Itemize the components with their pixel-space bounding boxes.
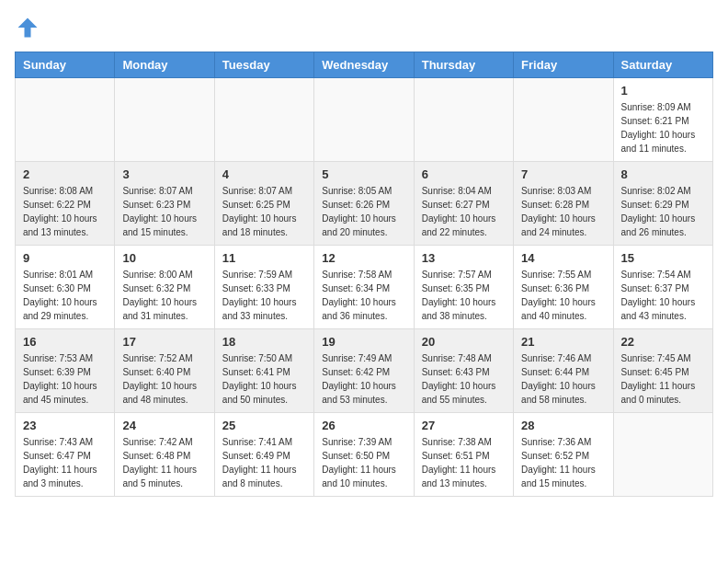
calendar-cell: 4Sunrise: 8:07 AM Sunset: 6:25 PM Daylig… [214,162,313,246]
weekday-header-wednesday: Wednesday [314,52,414,78]
calendar-cell: 26Sunrise: 7:39 AM Sunset: 6:50 PM Dayli… [314,413,414,497]
calendar-cell: 9Sunrise: 8:01 AM Sunset: 6:30 PM Daylig… [16,246,115,329]
calendar-cell: 22Sunrise: 7:45 AM Sunset: 6:45 PM Dayli… [613,329,712,413]
calendar-cell: 7Sunrise: 8:03 AM Sunset: 6:28 PM Daylig… [514,162,613,246]
calendar-cell: 16Sunrise: 7:53 AM Sunset: 6:39 PM Dayli… [16,329,115,413]
calendar-cell: 18Sunrise: 7:50 AM Sunset: 6:41 PM Dayli… [214,329,313,413]
weekday-header-monday: Monday [115,52,214,78]
day-number: 13 [422,251,506,265]
calendar-cell: 28Sunrise: 7:36 AM Sunset: 6:52 PM Dayli… [514,413,613,497]
calendar-cell [214,78,313,162]
day-number: 1 [621,84,705,98]
day-info: Sunrise: 7:54 AM Sunset: 6:37 PM Dayligh… [621,268,705,323]
day-info: Sunrise: 7:36 AM Sunset: 6:52 PM Dayligh… [521,435,605,490]
day-number: 11 [222,251,306,265]
day-info: Sunrise: 8:00 AM Sunset: 6:32 PM Dayligh… [122,268,206,323]
day-number: 4 [222,167,306,181]
calendar-cell: 12Sunrise: 7:58 AM Sunset: 6:34 PM Dayli… [314,246,414,329]
calendar-cell: 10Sunrise: 8:00 AM Sunset: 6:32 PM Dayli… [115,246,214,329]
day-info: Sunrise: 7:53 AM Sunset: 6:39 PM Dayligh… [23,351,107,407]
calendar-cell: 24Sunrise: 7:42 AM Sunset: 6:48 PM Dayli… [115,413,214,497]
day-number: 21 [521,335,605,349]
calendar-cell: 19Sunrise: 7:49 AM Sunset: 6:42 PM Dayli… [314,329,414,413]
day-info: Sunrise: 8:03 AM Sunset: 6:28 PM Dayligh… [521,184,605,239]
day-info: Sunrise: 7:48 AM Sunset: 6:43 PM Dayligh… [422,351,506,407]
day-info: Sunrise: 8:05 AM Sunset: 6:26 PM Dayligh… [322,184,405,239]
day-info: Sunrise: 7:52 AM Sunset: 6:40 PM Dayligh… [122,351,206,407]
day-number: 23 [23,419,107,432]
calendar-cell [414,78,513,162]
calendar-cell: 14Sunrise: 7:55 AM Sunset: 6:36 PM Dayli… [514,246,613,329]
calendar-cell: 20Sunrise: 7:48 AM Sunset: 6:43 PM Dayli… [414,329,513,413]
day-info: Sunrise: 8:07 AM Sunset: 6:25 PM Dayligh… [222,184,306,239]
day-info: Sunrise: 8:02 AM Sunset: 6:29 PM Dayligh… [621,184,705,239]
calendar-cell: 2Sunrise: 8:08 AM Sunset: 6:22 PM Daylig… [16,162,115,246]
day-number: 14 [521,251,605,265]
logo [15,15,44,40]
day-number: 5 [322,167,405,181]
calendar-cell [16,78,115,162]
svg-marker-0 [18,18,38,38]
weekday-header-friday: Friday [514,52,613,78]
day-number: 27 [422,419,506,432]
calendar-cell: 5Sunrise: 8:05 AM Sunset: 6:26 PM Daylig… [314,162,414,246]
day-number: 25 [222,419,306,432]
weekday-header-thursday: Thursday [414,52,513,78]
calendar-week-row: 9Sunrise: 8:01 AM Sunset: 6:30 PM Daylig… [16,246,713,329]
calendar-table: SundayMondayTuesdayWednesdayThursdayFrid… [15,52,713,497]
calendar-cell [613,413,712,497]
calendar-cell: 11Sunrise: 7:59 AM Sunset: 6:33 PM Dayli… [214,246,313,329]
day-number: 7 [521,167,605,181]
day-info: Sunrise: 7:46 AM Sunset: 6:44 PM Dayligh… [521,351,605,407]
calendar-week-row: 1Sunrise: 8:09 AM Sunset: 6:21 PM Daylig… [16,78,713,162]
calendar-cell: 21Sunrise: 7:46 AM Sunset: 6:44 PM Dayli… [514,329,613,413]
day-number: 17 [122,335,206,349]
day-number: 24 [122,419,206,432]
day-number: 3 [122,167,206,181]
day-number: 18 [222,335,306,349]
day-number: 15 [621,251,705,265]
day-info: Sunrise: 7:49 AM Sunset: 6:42 PM Dayligh… [322,351,405,407]
page-header [15,15,713,40]
day-number: 20 [422,335,506,349]
day-info: Sunrise: 7:38 AM Sunset: 6:51 PM Dayligh… [422,435,506,490]
calendar-cell [314,78,414,162]
day-number: 12 [322,251,405,265]
day-info: Sunrise: 7:59 AM Sunset: 6:33 PM Dayligh… [222,268,306,323]
day-number: 9 [23,251,107,265]
calendar-header-row: SundayMondayTuesdayWednesdayThursdayFrid… [16,52,713,78]
calendar-cell: 1Sunrise: 8:09 AM Sunset: 6:21 PM Daylig… [613,78,712,162]
day-info: Sunrise: 8:09 AM Sunset: 6:21 PM Dayligh… [621,100,705,155]
calendar-cell [514,78,613,162]
weekday-header-saturday: Saturday [613,52,712,78]
calendar-cell: 23Sunrise: 7:43 AM Sunset: 6:47 PM Dayli… [16,413,115,497]
day-info: Sunrise: 8:08 AM Sunset: 6:22 PM Dayligh… [23,184,107,239]
calendar-cell: 3Sunrise: 8:07 AM Sunset: 6:23 PM Daylig… [115,162,214,246]
calendar-week-row: 2Sunrise: 8:08 AM Sunset: 6:22 PM Daylig… [16,162,713,246]
calendar-cell: 15Sunrise: 7:54 AM Sunset: 6:37 PM Dayli… [613,246,712,329]
day-info: Sunrise: 8:07 AM Sunset: 6:23 PM Dayligh… [122,184,206,239]
calendar-cell: 8Sunrise: 8:02 AM Sunset: 6:29 PM Daylig… [613,162,712,246]
day-number: 6 [422,167,506,181]
day-info: Sunrise: 7:58 AM Sunset: 6:34 PM Dayligh… [322,268,405,323]
day-info: Sunrise: 7:50 AM Sunset: 6:41 PM Dayligh… [222,351,306,407]
day-number: 26 [322,419,405,432]
day-info: Sunrise: 7:42 AM Sunset: 6:48 PM Dayligh… [122,435,206,490]
day-info: Sunrise: 7:39 AM Sunset: 6:50 PM Dayligh… [322,435,405,490]
day-number: 8 [621,167,705,181]
calendar-week-row: 16Sunrise: 7:53 AM Sunset: 6:39 PM Dayli… [16,329,713,413]
day-number: 22 [621,335,705,349]
day-info: Sunrise: 7:45 AM Sunset: 6:45 PM Dayligh… [621,351,705,407]
day-info: Sunrise: 8:04 AM Sunset: 6:27 PM Dayligh… [422,184,506,239]
weekday-header-sunday: Sunday [16,52,115,78]
calendar-cell: 6Sunrise: 8:04 AM Sunset: 6:27 PM Daylig… [414,162,513,246]
calendar-cell [115,78,214,162]
calendar-cell: 27Sunrise: 7:38 AM Sunset: 6:51 PM Dayli… [414,413,513,497]
day-info: Sunrise: 7:55 AM Sunset: 6:36 PM Dayligh… [521,268,605,323]
weekday-header-tuesday: Tuesday [214,52,313,78]
calendar-cell: 25Sunrise: 7:41 AM Sunset: 6:49 PM Dayli… [214,413,313,497]
day-info: Sunrise: 7:43 AM Sunset: 6:47 PM Dayligh… [23,435,107,490]
calendar-cell: 17Sunrise: 7:52 AM Sunset: 6:40 PM Dayli… [115,329,214,413]
day-number: 2 [23,167,107,181]
day-info: Sunrise: 7:57 AM Sunset: 6:35 PM Dayligh… [422,268,506,323]
